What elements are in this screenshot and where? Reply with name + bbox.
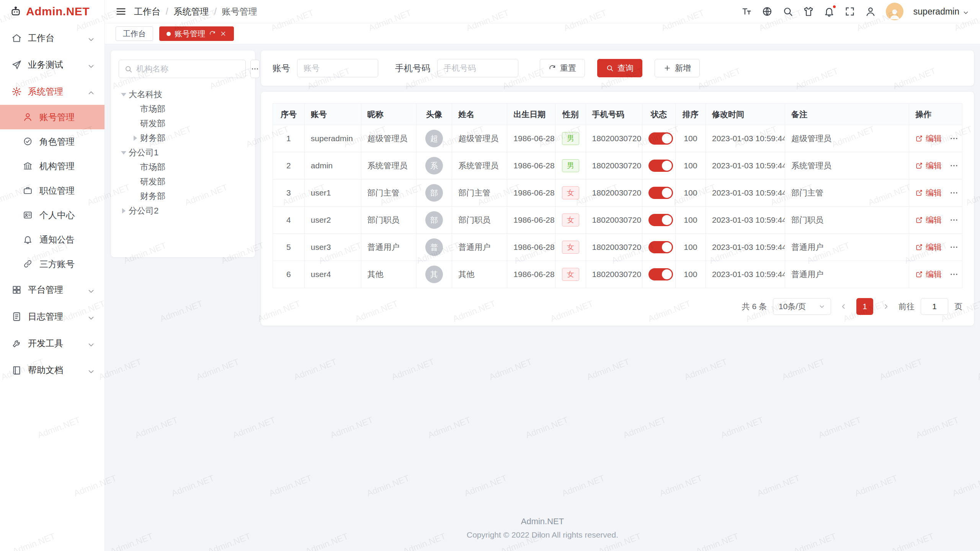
sidebar-subitem-0[interactable]: 账号管理 [0,105,105,129]
reset-button[interactable]: 重置 [540,59,585,77]
status-toggle[interactable] [648,268,673,280]
breadcrumb-item[interactable]: 工作台 [134,6,160,18]
cell-no: 3 [273,179,305,207]
sidebar-subitem-label: 角色管理 [39,136,95,148]
menu-collapse-icon[interactable] [116,6,126,17]
table-row: 1superadmin超级管理员超超级管理员1986-06-28男1802003… [273,125,962,152]
tree-node[interactable]: 分公司1 [119,145,247,160]
more-actions-icon[interactable] [949,134,959,143]
sidebar-subitem-4[interactable]: 个人中心 [0,203,105,227]
edit-label: 编辑 [926,269,942,280]
tree-caret-icon[interactable] [119,93,129,96]
edit-button[interactable]: 编辑 [915,160,942,171]
account-input[interactable] [297,59,378,77]
sidebar-item-4[interactable]: 日志管理 [0,303,105,330]
tree-node[interactable]: 研发部 [130,174,247,189]
tree-node[interactable]: 财务部 [130,131,247,145]
status-toggle[interactable] [648,132,673,145]
theme-icon[interactable] [803,6,814,17]
search-icon[interactable] [782,6,793,17]
tree-node[interactable]: 市场部 [130,160,247,174]
sidebar-subitem-6[interactable]: 三方账号 [0,252,105,276]
sidebar-item-1[interactable]: 业务测试 [0,51,105,78]
edit-button[interactable]: 编辑 [915,242,942,253]
edit-button[interactable]: 编辑 [915,269,942,280]
breadcrumb-item-current: 账号管理 [222,6,257,18]
notification-badge [832,5,836,9]
sidebar-subitem-3[interactable]: 职位管理 [0,178,105,203]
status-toggle[interactable] [648,187,673,199]
next-page-icon[interactable] [879,298,892,315]
tree-node[interactable]: 研发部 [130,116,247,131]
tree-more-button[interactable] [250,60,260,78]
tab-close-icon[interactable] [220,30,227,37]
sidebar-subitem-2[interactable]: 机构管理 [0,154,105,178]
sidebar-item-6[interactable]: 帮助文档 [0,357,105,383]
more-actions-icon[interactable] [949,243,959,252]
notification-bell-icon[interactable] [824,6,835,17]
phone-input[interactable] [437,59,518,77]
org-tree: 大名科技市场部研发部财务部分公司1市场部研发部财务部分公司2 [119,87,247,218]
tabs: 工作台账号管理 [116,26,234,41]
status-toggle[interactable] [648,241,673,253]
tab-0[interactable]: 工作台 [116,26,153,41]
more-actions-icon[interactable] [949,161,959,170]
cell-order: 100 [675,261,706,288]
sidebar-item-0[interactable]: 工作台 [0,24,105,51]
edit-button[interactable]: 编辑 [915,215,942,225]
table-row: 6user4其他其其他1986-06-28女180200307201002023… [273,261,962,288]
more-actions-icon[interactable] [949,215,959,225]
sidebar-item-2[interactable]: 系统管理 [0,78,105,105]
breadcrumb-separator: / [166,7,168,17]
user-avatar[interactable] [886,3,903,20]
tree-node-label: 市场部 [140,161,165,173]
sidebar-item-label: 工作台 [28,32,87,44]
sidebar-subitem-1[interactable]: 角色管理 [0,129,105,154]
cell-no: 5 [273,234,305,261]
org-search-input[interactable] [136,64,240,73]
more-actions-icon[interactable] [949,270,959,279]
breadcrumb-item[interactable]: 系统管理 [173,6,209,18]
font-size-icon[interactable] [741,6,752,17]
page-number-current[interactable]: 1 [856,298,873,315]
footer-title: Admin.NET [111,517,974,527]
app-root: Admin.NET 工作台业务测试系统管理账号管理角色管理机构管理职位管理个人中… [0,0,980,551]
logo[interactable]: Admin.NET [0,0,105,23]
table-row: 2admin系统管理员系系统管理员1986-06-28男180200307201… [273,152,962,179]
more-actions-icon[interactable] [949,188,959,197]
tab-1[interactable]: 账号管理 [159,26,234,41]
goto-page-input[interactable] [921,298,948,315]
cell-phone: 18020030720 [586,207,642,234]
username-dropdown[interactable]: superadmin [913,7,969,17]
page-size-select[interactable]: 10条/页 [773,298,831,315]
tree-caret-icon[interactable] [119,151,129,155]
tree-caret-icon[interactable] [130,135,140,141]
fullscreen-icon[interactable] [844,6,855,17]
add-button[interactable]: 新增 [655,59,700,77]
cell-status [642,179,675,207]
tree-node[interactable]: 财务部 [130,189,247,204]
cell-status [642,125,675,152]
cell-modified-time: 2023-01-03 10:59:44 [706,125,785,152]
sidebar-item-5[interactable]: 开发工具 [0,330,105,357]
tree-caret-icon[interactable] [119,208,129,214]
pagination-total: 共 6 条 [742,301,767,312]
edit-button[interactable]: 编辑 [915,187,942,198]
edit-button[interactable]: 编辑 [915,133,942,144]
prev-page-icon[interactable] [837,298,850,315]
gender-tag: 女 [562,186,579,199]
table-header-row: 序号账号昵称头像姓名出生日期性别手机号码状态排序修改时间备注操作 [273,104,962,125]
sidebar-subitem-5[interactable]: 通知公告 [0,227,105,252]
tab-refresh-icon[interactable] [209,30,216,37]
tree-node[interactable]: 大名科技 [119,87,247,102]
tree-node[interactable]: 市场部 [130,102,247,116]
sidebar-item-3[interactable]: 平台管理 [0,276,105,303]
status-toggle[interactable] [648,214,673,226]
cell-order: 100 [675,234,706,261]
globe-language-icon[interactable] [762,6,773,17]
tree-node[interactable]: 分公司2 [119,204,247,218]
profile-icon[interactable] [865,6,876,17]
cell-name: 超级管理员 [452,125,507,152]
status-toggle[interactable] [648,160,673,172]
search-button[interactable]: 查询 [597,59,642,77]
